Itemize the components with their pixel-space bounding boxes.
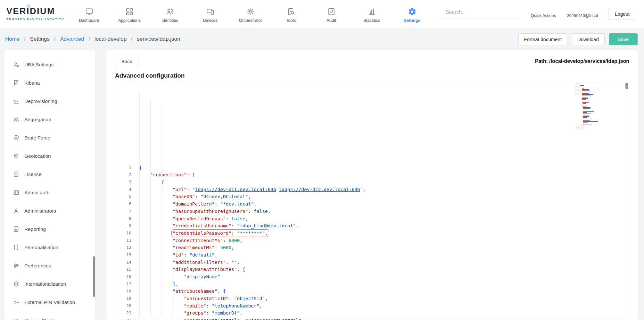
breadcrumb-item-advanced[interactable]: Advanced xyxy=(60,36,84,42)
line-text: ], xyxy=(131,281,178,288)
sidebar-item-label: Internationalization xyxy=(24,281,66,287)
personalisation-icon xyxy=(13,244,20,251)
orchestrator-icon xyxy=(246,7,255,16)
sidebar-item-admin-auth[interactable]: Admin auth xyxy=(4,183,95,202)
editor-minimap[interactable] xyxy=(579,84,598,125)
administrators-icon xyxy=(13,207,20,214)
line-text: { xyxy=(131,164,142,172)
sidebar-item-geolocation[interactable]: Geolocation xyxy=(4,147,95,165)
nav-item-dashboard[interactable]: Dashboard xyxy=(69,5,109,23)
sidebar-item-segregation[interactable]: Segregation xyxy=(4,110,95,129)
sidebar-item-deprovisioning[interactable]: Deprovisioning xyxy=(4,92,95,110)
sidebar-item-administrators[interactable]: Administrators xyxy=(4,202,95,220)
nav-item-devices[interactable]: Devices xyxy=(190,5,230,23)
minimap-line xyxy=(579,124,598,124)
code-line: 10 "credentialsPassword": "********", xyxy=(115,230,590,237)
minimap-line xyxy=(579,116,598,117)
line-text: "userAccountControl": "userAccountContro… xyxy=(131,317,304,320)
minimap-line xyxy=(579,88,598,88)
breadcrumb-separator: / xyxy=(87,36,92,42)
search-input[interactable] xyxy=(445,9,506,15)
quick-actions-label: Quick Actions xyxy=(531,13,556,18)
external-pin-icon xyxy=(13,299,20,306)
nav-item-orchestrator[interactable]: Orchestrator xyxy=(230,5,271,23)
sidebar-item-license[interactable]: License xyxy=(4,165,95,183)
minimap-line xyxy=(579,117,598,118)
radius-client-icon xyxy=(13,317,20,320)
sidebar-item-kibana[interactable]: Kibana xyxy=(4,74,95,92)
line-number: 16 xyxy=(115,273,131,281)
document-toolbar: Format document Download Save xyxy=(518,33,638,45)
save-button[interactable]: Save xyxy=(609,33,638,45)
sidebar-item-uba-settings[interactable]: UBA Settings xyxy=(4,55,95,74)
statistics-icon xyxy=(367,7,376,16)
main-panel: Back Path: /local-develop/services/ldap.… xyxy=(106,50,638,320)
minimap-line xyxy=(579,122,598,123)
nav-item-applications[interactable]: Applications xyxy=(109,5,150,23)
json-code-editor[interactable]: 1{2 "connections": [3 {4 "url": "ldaps:/… xyxy=(115,82,629,320)
code-line: 11 "connectTimeoutMs": 6000, xyxy=(115,237,590,244)
sidebar-item-internationalization[interactable]: Internationalization xyxy=(4,275,95,293)
minimap-line xyxy=(579,103,598,104)
license-icon xyxy=(13,171,20,178)
code-line: 6 "domainPattern": "*dev.local", xyxy=(115,200,590,208)
line-number: 20 xyxy=(115,302,131,310)
code-line: 18 "attributeNames": { xyxy=(115,288,590,295)
sidebar-item-label: Segregation xyxy=(24,117,51,122)
nav-item-tools[interactable]: Tools xyxy=(271,5,311,23)
settings-icon xyxy=(408,7,417,16)
line-number: 2 xyxy=(115,171,131,179)
internationalization-icon xyxy=(13,281,20,287)
sidebar-item-label: Radius Client xyxy=(24,318,54,320)
minimap-line xyxy=(579,105,598,105)
format-document-button[interactable]: Format document xyxy=(518,33,568,45)
sidebar-item-label: Brute Force xyxy=(24,135,50,141)
minimap-decoration xyxy=(576,125,584,130)
sidebar-item-radius-client[interactable]: Radius Client xyxy=(4,311,95,320)
code-line: 7 "hasGroupsWithForeignUsers": false, xyxy=(115,208,590,215)
download-button[interactable]: Download xyxy=(572,33,605,45)
logout-button[interactable]: Logout xyxy=(608,8,636,20)
breadcrumb-item-home[interactable]: Home xyxy=(5,36,20,42)
line-number: 22 xyxy=(115,317,131,320)
line-text: "connectTimeoutMs": 6000, xyxy=(131,237,243,244)
line-text: { xyxy=(131,179,164,186)
line-number: 11 xyxy=(115,237,131,244)
line-number: 15 xyxy=(115,266,131,273)
identities-icon xyxy=(166,7,174,16)
sidebar-item-preferences[interactable]: Preferences xyxy=(4,257,95,275)
uba-settings-icon xyxy=(13,61,20,68)
sidebar-scrollbar[interactable] xyxy=(93,256,95,297)
editor-scrollbar[interactable] xyxy=(624,82,629,320)
sidebar-item-external-pin-validation[interactable]: External PIN Validation xyxy=(4,293,95,311)
breadcrumb-item-local-develop: local-develop xyxy=(95,36,127,42)
line-text: "baseDN": "DC=dev,DC=local", xyxy=(131,193,251,200)
nav-item-statistics[interactable]: Statistics xyxy=(351,5,392,23)
sidebar-item-partial[interactable] xyxy=(4,50,95,55)
sidebar-item-reporting[interactable]: Reporting xyxy=(4,220,95,238)
minimap-line xyxy=(579,98,598,99)
nav-label: Settings xyxy=(404,18,420,23)
minimap-line xyxy=(579,121,598,122)
nav-item-audit[interactable]: Audit xyxy=(311,5,351,23)
editor-scrollbar-thumb[interactable] xyxy=(625,83,628,89)
logo-title: VERIDIUM xyxy=(6,7,69,16)
code-line: 1{ xyxy=(115,164,590,172)
minimap-line xyxy=(579,112,598,113)
line-number: 1 xyxy=(115,164,131,172)
breadcrumb-item-settings: Settings xyxy=(30,36,50,42)
user-menu[interactable]: 20250113@local xyxy=(567,10,598,18)
quick-actions-button[interactable]: Quick Actions xyxy=(531,10,556,18)
indent-guides xyxy=(115,98,590,149)
line-number: 6 xyxy=(115,200,131,208)
nav-item-settings[interactable]: Settings xyxy=(392,5,432,23)
back-button[interactable]: Back xyxy=(115,56,138,67)
sidebar-item-brute-force[interactable]: Brute Force xyxy=(4,129,95,147)
sidebar-item-label: Geolocation xyxy=(24,153,51,159)
veridium-logo: VERIDIUM TRUSTED DIGITAL IDENTITY xyxy=(6,7,69,21)
sidebar-item-label: License xyxy=(24,172,41,177)
nav-label: Identities xyxy=(161,18,178,23)
code-line: 5 "baseDN": "DC=dev,DC=local", xyxy=(115,193,590,200)
sidebar-item-personalisation[interactable]: Personalisation xyxy=(4,238,95,257)
nav-item-identities[interactable]: Identities xyxy=(150,5,190,23)
